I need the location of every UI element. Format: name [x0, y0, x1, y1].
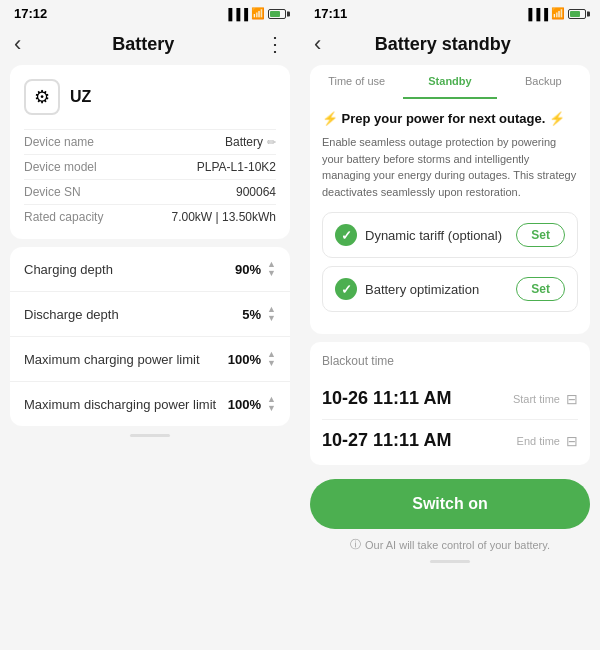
outage-description: Enable seamless outage protection by pow…: [322, 134, 578, 200]
discharge-depth-value-group: 5% ▲▼: [242, 305, 276, 323]
device-info-row-capacity: Rated capacity 7.00kW | 13.50kWh: [24, 204, 276, 229]
signal-bars-right: ▐▐▐: [525, 8, 548, 20]
device-sn-value: 900064: [236, 185, 276, 199]
device-name-label: UZ: [70, 88, 91, 106]
charging-depth-value-group: 90% ▲▼: [235, 260, 276, 278]
device-icon: ⚙: [24, 79, 60, 115]
start-time-adjust-icon[interactable]: ⊟: [566, 391, 578, 407]
device-model-label: Device model: [24, 160, 97, 174]
discharge-depth-value: 5%: [242, 307, 261, 322]
tab-standby[interactable]: Standby: [403, 65, 496, 99]
device-card: ⚙ UZ Device name Battery ✏ Device model …: [10, 65, 290, 239]
back-button-left[interactable]: ‹: [14, 31, 21, 57]
tab-backup[interactable]: Backup: [497, 65, 590, 99]
gear-icon: ⚙: [34, 86, 50, 108]
right-scroll-area: Time of use Standby Backup ⚡ Prep your p…: [300, 65, 600, 650]
battery-optimization-set-button[interactable]: Set: [516, 277, 565, 301]
outage-card: ⚡ Prep your power for next outage. ⚡ Ena…: [310, 99, 590, 334]
max-discharge-row: Maximum discharging power limit 100% ▲▼: [10, 382, 290, 426]
battery-optimization-left: ✓ Battery optimization: [335, 278, 479, 300]
settings-card: Charging depth 90% ▲▼ Discharge depth 5%…: [10, 247, 290, 426]
tab-time-of-use[interactable]: Time of use: [310, 65, 403, 99]
max-charge-label: Maximum charging power limit: [24, 352, 200, 367]
discharge-depth-row: Discharge depth 5% ▲▼: [10, 292, 290, 337]
device-info-row-sn: Device SN 900064: [24, 179, 276, 204]
max-charge-row: Maximum charging power limit 100% ▲▼: [10, 337, 290, 382]
more-button-left[interactable]: ⋮: [265, 32, 286, 56]
back-button-right[interactable]: ‹: [314, 31, 321, 57]
device-info-row-model: Device model PLPA-L1-10K2: [24, 154, 276, 179]
battery-optimization-label: Battery optimization: [365, 282, 479, 297]
start-time-value: 10-26 11:11 AM: [322, 388, 451, 409]
max-discharge-value-group: 100% ▲▼: [228, 395, 276, 413]
start-time-row: 10-26 11:11 AM Start time ⊟: [322, 378, 578, 420]
signal-icons-left: ▐▐▐ 📶: [225, 7, 286, 20]
page-title-left: Battery: [112, 34, 174, 55]
device-model-value: PLPA-L1-10K2: [197, 160, 276, 174]
max-discharge-label: Maximum discharging power limit: [24, 397, 216, 412]
max-charge-spinner[interactable]: ▲▼: [267, 350, 276, 368]
dynamic-tariff-row: ✓ Dynamic tariff (optional) Set: [322, 212, 578, 258]
max-discharge-spinner[interactable]: ▲▼: [267, 395, 276, 413]
bottom-divider-right: [430, 560, 470, 563]
max-charge-value-group: 100% ▲▼: [228, 350, 276, 368]
wifi-icon-left: 📶: [251, 7, 265, 20]
dynamic-tariff-set-button[interactable]: Set: [516, 223, 565, 247]
dynamic-tariff-left: ✓ Dynamic tariff (optional): [335, 224, 502, 246]
info-icon: ⓘ: [350, 537, 361, 552]
bottom-divider-left: [130, 434, 170, 437]
battery-icon-right: [568, 9, 586, 19]
ai-note: ⓘ Our AI will take control of your batte…: [310, 537, 590, 552]
rated-capacity-label: Rated capacity: [24, 210, 103, 224]
battery-optimization-row: ✓ Battery optimization Set: [322, 266, 578, 312]
time-left: 17:12: [14, 6, 47, 21]
status-bar-right: 17:11 ▐▐▐ 📶: [300, 0, 600, 25]
dynamic-tariff-label: Dynamic tariff (optional): [365, 228, 502, 243]
device-header: ⚙ UZ: [24, 79, 276, 115]
end-time-label: End time: [517, 435, 560, 447]
device-info-row-name: Device name Battery ✏: [24, 129, 276, 154]
blackout-section: Blackout time 10-26 11:11 AM Start time …: [310, 342, 590, 465]
discharge-depth-spinner[interactable]: ▲▼: [267, 305, 276, 323]
battery-optimization-check: ✓: [335, 278, 357, 300]
tab-bar: Time of use Standby Backup: [310, 65, 590, 99]
end-time-label-group[interactable]: End time ⊟: [517, 433, 578, 449]
device-name-field-label: Device name: [24, 135, 94, 149]
rated-capacity-value: 7.00kW | 13.50kWh: [172, 210, 277, 224]
dynamic-tariff-check: ✓: [335, 224, 357, 246]
charging-depth-label: Charging depth: [24, 262, 113, 277]
charging-depth-value: 90%: [235, 262, 261, 277]
charging-depth-spinner[interactable]: ▲▼: [267, 260, 276, 278]
end-time-value: 10-27 11:11 AM: [322, 430, 451, 451]
discharge-depth-label: Discharge depth: [24, 307, 119, 322]
device-name-value: Battery ✏: [225, 135, 276, 149]
blackout-title: Blackout time: [322, 354, 578, 368]
battery-icon-left: [268, 9, 286, 19]
page-title-right: Battery standby: [375, 34, 511, 55]
top-nav-right: ‹ Battery standby: [300, 25, 600, 65]
start-time-label: Start time: [513, 393, 560, 405]
signal-icons-right: ▐▐▐ 📶: [525, 7, 586, 20]
max-discharge-value: 100%: [228, 397, 261, 412]
right-panel: 17:11 ▐▐▐ 📶 ‹ Battery standby Time of us…: [300, 0, 600, 650]
signal-bars-left: ▐▐▐: [225, 8, 248, 20]
left-panel: 17:12 ▐▐▐ 📶 ‹ Battery ⋮ ⚙ UZ Device name…: [0, 0, 300, 650]
max-charge-value: 100%: [228, 352, 261, 367]
top-nav-left: ‹ Battery ⋮: [0, 25, 300, 65]
charging-depth-row: Charging depth 90% ▲▼: [10, 247, 290, 292]
status-bar-left: 17:12 ▐▐▐ 📶: [0, 0, 300, 25]
wifi-icon-right: 📶: [551, 7, 565, 20]
outage-title: ⚡ Prep your power for next outage. ⚡: [322, 111, 578, 126]
start-time-label-group[interactable]: Start time ⊟: [513, 391, 578, 407]
end-time-row: 10-27 11:11 AM End time ⊟: [322, 420, 578, 461]
time-right: 17:11: [314, 6, 347, 21]
device-sn-label: Device SN: [24, 185, 81, 199]
switch-on-button[interactable]: Switch on: [310, 479, 590, 529]
edit-icon[interactable]: ✏: [267, 136, 276, 149]
end-time-adjust-icon[interactable]: ⊟: [566, 433, 578, 449]
